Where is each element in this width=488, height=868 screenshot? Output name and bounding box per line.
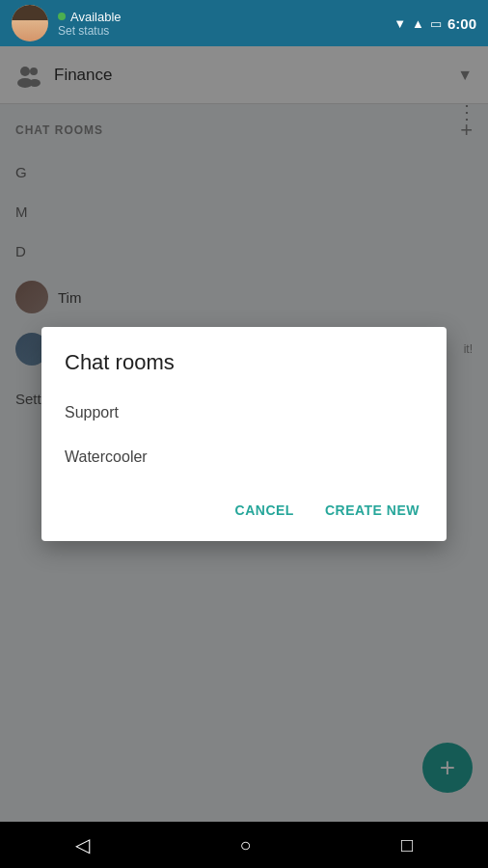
dialog-item-watercooler[interactable]: Watercooler [41,435,447,479]
clock: 6:00 [447,15,476,32]
status-bar-left: Available Set status [12,5,122,41]
dialog-backdrop: Chat rooms Support Watercooler CANCEL CR… [0,46,488,822]
available-label: Available [70,10,122,24]
online-indicator [58,13,66,20]
chat-rooms-dialog: Chat rooms Support Watercooler CANCEL CR… [41,327,447,541]
create-new-button[interactable]: CREATE NEW [313,495,431,526]
recents-nav-icon[interactable]: □ [401,834,413,856]
status-info: Available Set status [58,10,122,38]
battery-icon: ▭ [430,16,442,31]
wifi-icon: ▼ [393,16,406,31]
back-nav-icon[interactable]: ◁ [75,833,90,856]
home-nav-icon[interactable]: ○ [239,834,251,856]
avatar-face [12,5,48,41]
status-available-row: Available [58,10,122,24]
status-bar-right: ▼ ▲ ▭ 6:00 [393,15,476,32]
main-content: ⋮ Finance ▼ CHAT ROOMS + G M D Tim [0,46,488,822]
signal-icon: ▲ [412,16,424,31]
avatar [12,5,48,41]
dialog-actions: CANCEL CREATE NEW [41,479,447,533]
avatar-hair [12,5,48,20]
nav-bar: ◁ ○ □ [0,822,488,868]
cancel-button[interactable]: CANCEL [224,495,306,526]
set-status-label[interactable]: Set status [58,24,122,38]
status-bar: Available Set status ▼ ▲ ▭ 6:00 [0,0,488,46]
dialog-title: Chat rooms [41,350,447,391]
dialog-item-support[interactable]: Support [41,391,447,435]
